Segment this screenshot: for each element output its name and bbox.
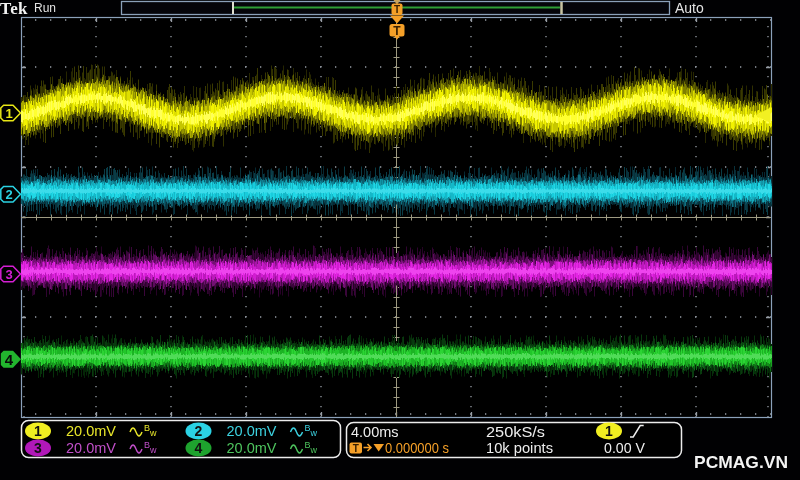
svg-text:20.0mV: 20.0mV (66, 440, 116, 456)
svg-text:2: 2 (195, 423, 203, 439)
svg-text:Tek: Tek (0, 0, 28, 18)
svg-text:3: 3 (34, 440, 42, 456)
svg-text:4: 4 (195, 440, 203, 456)
svg-text:4: 4 (5, 351, 14, 368)
svg-text:T: T (353, 443, 359, 454)
svg-text:w: w (149, 428, 157, 438)
svg-text:10k points: 10k points (486, 440, 553, 456)
svg-text:w: w (149, 445, 157, 455)
svg-text:PCMAG.VN: PCMAG.VN (694, 453, 788, 471)
svg-text:1: 1 (5, 106, 12, 121)
svg-text:w: w (310, 428, 318, 438)
svg-text:Auto: Auto (675, 0, 704, 16)
svg-text:2: 2 (5, 187, 12, 202)
svg-text:T: T (393, 24, 401, 38)
svg-text:3: 3 (5, 267, 12, 282)
svg-text:T: T (394, 4, 400, 15)
svg-text:0.000000 s: 0.000000 s (385, 439, 449, 456)
svg-text:20.0mV: 20.0mV (227, 423, 277, 439)
svg-text:Run: Run (34, 1, 56, 15)
svg-text:20.0mV: 20.0mV (227, 440, 277, 456)
svg-text:w: w (310, 445, 318, 455)
svg-text:0.00 V: 0.00 V (604, 440, 645, 456)
svg-text:1: 1 (34, 423, 42, 439)
svg-text:4.00ms: 4.00ms (351, 424, 399, 440)
svg-text:20.0mV: 20.0mV (66, 423, 116, 439)
svg-text:1: 1 (605, 423, 613, 439)
svg-text:250kS/s: 250kS/s (486, 424, 545, 440)
